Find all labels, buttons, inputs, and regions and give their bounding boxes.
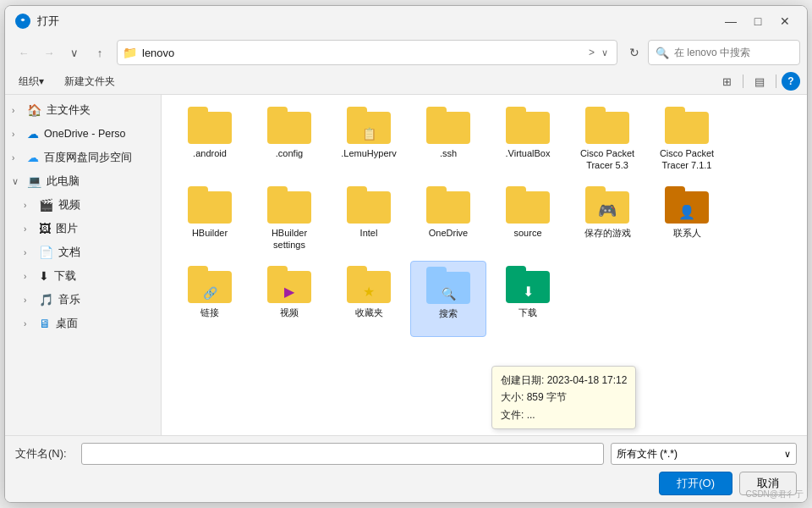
sidebar-label-thispc: 此电脑 (47, 174, 80, 189)
sidebar-item-downloads[interactable]: › ⬇ 下载 (5, 264, 161, 288)
filetype-chevron-icon: ∨ (784, 449, 791, 460)
list-item[interactable]: .ssh (410, 102, 486, 178)
video-icon: 🎬 (39, 198, 53, 212)
sidebar-expand-home: › (12, 106, 22, 115)
list-item[interactable]: OneDrive (410, 181, 486, 257)
up-button[interactable]: ↑ (88, 41, 112, 64)
close-button[interactable]: ✕ (773, 9, 797, 33)
sidebar-expand-thispc: ∨ (12, 176, 22, 187)
list-item[interactable]: 👤 联系人 (649, 181, 725, 257)
address-separator: > (589, 47, 595, 58)
tooltip-created: 创建日期: 2023-04-18 17:12 (501, 372, 627, 389)
dropdown-button[interactable]: ∨ (63, 41, 86, 64)
onedrive-icon: ☁ (27, 127, 39, 141)
address-chevron[interactable]: ∨ (598, 46, 612, 60)
sidebar-expand-music: › (24, 295, 34, 305)
sidebar-label-pictures: 图片 (56, 222, 78, 236)
address-bar[interactable]: 📁 lenovo > ∨ (117, 40, 617, 65)
sidebar-item-baidu[interactable]: › ☁ 百度网盘同步空间 (5, 146, 161, 169)
star-icon: ★ (363, 284, 375, 300)
watermark: CSDN@君彳亍 (746, 489, 804, 500)
list-item[interactable]: 📋 .LemuHyperv (331, 102, 407, 178)
open-dialog: 打开 — □ ✕ ← → ∨ ↑ 📁 lenovo > ∨ ↻ 🔍 组织▾ 新建… (4, 5, 808, 503)
list-item[interactable]: 🔗 链接 (172, 261, 248, 337)
list-item[interactable]: ▶ 视频 (251, 261, 327, 337)
link-icon: 🔗 (203, 286, 217, 300)
sidebar-item-onedrive[interactable]: › ☁ OneDrive - Perso (5, 122, 161, 146)
main-area: › 🏠 主文件夹 › ☁ OneDrive - Perso › ☁ 百度网盘同步… (5, 95, 807, 435)
filename-input[interactable] (81, 443, 604, 465)
tooltip-size: 大小: 859 字节 (501, 389, 627, 406)
minimize-button[interactable]: — (719, 9, 743, 33)
sidebar-expand-video: › (24, 201, 34, 210)
maximize-button[interactable]: □ (746, 9, 770, 33)
list-item[interactable]: HBuilder (172, 181, 248, 257)
list-item[interactable]: .android (172, 102, 248, 178)
sidebar-expand-pictures: › (24, 224, 34, 234)
sidebar-label-video: 视频 (58, 198, 80, 213)
sidebar-item-documents[interactable]: › 📄 文档 (5, 240, 161, 264)
search-box[interactable]: 🔍 (648, 40, 800, 65)
address-path: lenovo (142, 47, 585, 59)
list-view-button[interactable]: ▤ (749, 70, 771, 92)
back-button[interactable]: ← (12, 41, 36, 64)
video-folder-icon: ▶ (284, 284, 294, 300)
help-button[interactable]: ? (782, 72, 800, 91)
organize-button[interactable]: 组织▾ (12, 70, 51, 92)
list-item[interactable]: Cisco Packet Tracer 7.1.1 (649, 102, 725, 178)
address-toolbar: ← → ∨ ↑ 📁 lenovo > ∨ ↻ 🔍 (5, 36, 807, 69)
view-controls: ⊞ ▤ ? (716, 70, 800, 92)
game-icon: 🎮 (598, 202, 617, 220)
list-item[interactable]: 🎮 保存的游戏 (569, 181, 645, 257)
list-item[interactable]: Intel (331, 181, 407, 257)
window-controls: — □ ✕ (719, 9, 797, 33)
view-divider2 (776, 75, 776, 88)
forward-button[interactable]: → (37, 41, 61, 64)
file-grid: .android .config 📋 .LemuHyperv .ssh (162, 95, 807, 435)
sidebar-label-baidu: 百度网盘同步空间 (44, 151, 132, 165)
search-folder-icon: 🔍 (442, 287, 456, 301)
pictures-icon: 🖼 (39, 222, 51, 235)
download-icon: ⬇ (523, 284, 534, 300)
list-item[interactable]: Cisco Packet Tracer 5.3 (569, 102, 645, 178)
sidebar-item-thispc[interactable]: ∨ 💻 此电脑 (5, 169, 161, 193)
downloads-icon: ⬇ (39, 269, 49, 283)
music-icon: 🎵 (39, 293, 53, 306)
sidebar-label-downloads: 下载 (54, 269, 76, 284)
search-input[interactable] (674, 47, 793, 58)
title-bar: 打开 — □ ✕ (5, 6, 807, 36)
sidebar-item-pictures[interactable]: › 🖼 图片 (5, 217, 161, 240)
open-button[interactable]: 打开(O) (659, 472, 732, 495)
sidebar-expand-desktop: › (24, 319, 34, 329)
refresh-button[interactable]: ↻ (623, 41, 646, 64)
sidebar-item-home[interactable]: › 🏠 主文件夹 (5, 98, 161, 122)
view-divider (743, 75, 743, 88)
documents-icon: 📄 (39, 246, 53, 259)
sidebar-item-music[interactable]: › 🎵 音乐 (5, 288, 161, 312)
new-folder-button[interactable]: 新建文件夹 (58, 70, 122, 92)
sidebar-expand-baidu: › (12, 153, 22, 163)
baidu-icon: ☁ (27, 151, 39, 164)
sidebar-label-documents: 文档 (58, 246, 80, 260)
grid-view-button[interactable]: ⊞ (716, 70, 738, 92)
home-icon: 🏠 (27, 103, 41, 117)
filetype-label: 所有文件 (*.*) (617, 447, 678, 461)
filename-row: 文件名(N): 所有文件 (*.*) ∨ (15, 443, 797, 465)
sidebar: › 🏠 主文件夹 › ☁ OneDrive - Perso › ☁ 百度网盘同步… (5, 95, 162, 435)
list-item[interactable]: 🔍 搜索 (410, 261, 486, 337)
tooltip-files: 文件: ... (501, 406, 627, 423)
sidebar-expand-downloads: › (24, 272, 34, 281)
address-folder-icon: 📁 (123, 46, 137, 59)
filetype-select[interactable]: 所有文件 (*.*) ∨ (611, 443, 797, 465)
list-item[interactable]: .config (251, 102, 327, 178)
list-item[interactable]: HBuilder settings (251, 181, 327, 257)
list-item[interactable]: ⬇ 下载 (490, 261, 566, 337)
desktop-icon: 🖥 (39, 317, 51, 330)
list-item[interactable]: .VirtualBox (490, 102, 566, 178)
dialog-icon (15, 14, 30, 29)
list-item[interactable]: source (490, 181, 566, 257)
list-item[interactable]: ★ 收藏夹 (331, 261, 407, 337)
sidebar-item-desktop[interactable]: › 🖥 桌面 (5, 312, 161, 335)
sidebar-item-video[interactable]: › 🎬 视频 (5, 193, 161, 217)
thispc-icon: 💻 (27, 174, 41, 188)
